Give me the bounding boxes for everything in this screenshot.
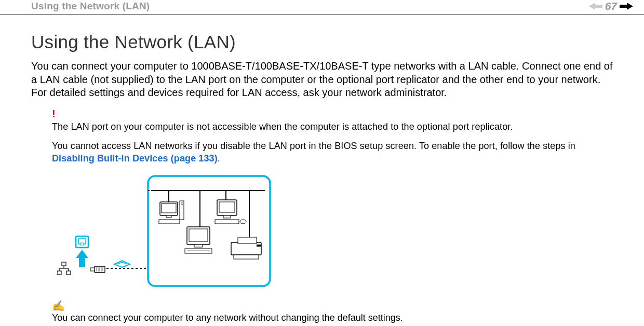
- svg-rect-27: [234, 255, 259, 259]
- svg-point-19: [240, 220, 246, 224]
- page-indicator: 67: [588, 0, 634, 12]
- svg-rect-25: [231, 242, 261, 255]
- svg-rect-36: [62, 262, 66, 266]
- svg-marker-1: [620, 3, 633, 10]
- svg-marker-0: [589, 3, 602, 10]
- content-area: Using the Network (LAN) You can connect …: [0, 15, 644, 324]
- svg-rect-9: [162, 203, 176, 213]
- pencil-icon: ✍: [52, 300, 613, 312]
- svg-rect-41: [57, 271, 61, 275]
- warning-line-2-prefix: You cannot access LAN networks if you di…: [52, 141, 575, 151]
- lan-cable-icon: [90, 266, 105, 273]
- page-number: 67: [605, 0, 617, 12]
- warning-icon: !: [52, 108, 613, 120]
- page-header: Using the Network (LAN) 67: [0, 0, 644, 15]
- warning-line-2: You cannot access LAN networks if you di…: [52, 140, 613, 165]
- tip-block: ✍ You can connect your computer to any n…: [52, 300, 613, 324]
- svg-rect-23: [185, 249, 212, 253]
- svg-rect-44: [90, 268, 95, 271]
- svg-rect-21: [189, 229, 208, 241]
- svg-rect-10: [166, 215, 171, 218]
- disabling-devices-link[interactable]: Disabling Built-in Devices (page 133): [52, 153, 218, 164]
- svg-rect-22: [194, 244, 203, 247]
- svg-rect-28: [257, 244, 261, 247]
- page-heading: Using the Network (LAN): [31, 32, 613, 52]
- svg-rect-12: [180, 201, 184, 220]
- svg-rect-18: [215, 220, 239, 224]
- lan-diagram: [57, 175, 613, 291]
- svg-marker-35: [76, 250, 88, 267]
- network-icon: [57, 262, 71, 275]
- svg-rect-34: [81, 243, 84, 245]
- running-title: Using the Network (LAN): [31, 1, 150, 12]
- svg-rect-42: [66, 271, 71, 275]
- next-page-arrow[interactable]: [619, 2, 634, 10]
- svg-rect-17: [223, 215, 231, 218]
- svg-rect-16: [219, 202, 235, 212]
- prev-page-arrow[interactable]: [588, 2, 603, 10]
- svg-rect-26: [238, 237, 257, 243]
- warning-line-2-suffix: .: [218, 153, 220, 164]
- warning-line-1: The LAN port on your computer is not acc…: [52, 121, 613, 133]
- warning-block: ! The LAN port on your computer is not a…: [52, 108, 613, 165]
- svg-rect-11: [159, 220, 180, 224]
- intro-paragraph: You can connect your computer to 1000BAS…: [31, 60, 613, 100]
- tip-text: You can connect your computer to any net…: [52, 312, 613, 324]
